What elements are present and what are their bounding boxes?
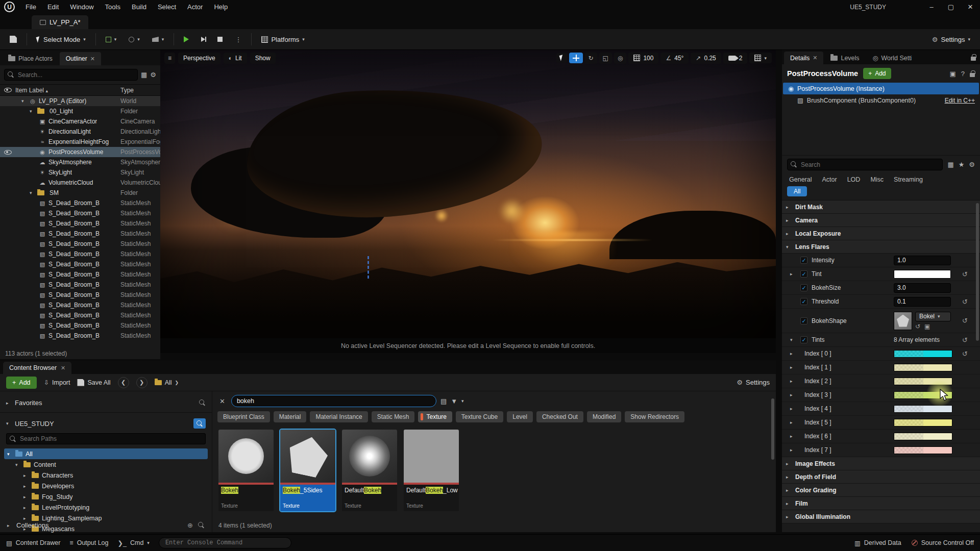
filter-material-instance[interactable]: Material Instance bbox=[310, 411, 368, 422]
tab-content-browser[interactable]: Content Browser ✕ bbox=[3, 362, 71, 374]
asset-tile-defaultbokeh[interactable]: DefaultBokeh Texture bbox=[342, 430, 397, 511]
rotate-tool-button[interactable]: ↻ bbox=[585, 53, 597, 64]
column-type[interactable]: Type bbox=[120, 87, 160, 94]
outliner-row[interactable]: ▧S_Dead_Broom_BStaticMesh bbox=[0, 300, 160, 310]
output-log-button[interactable]: ≡ Output Log bbox=[69, 539, 108, 546]
help-icon[interactable]: ? bbox=[961, 70, 965, 78]
favorites-star-icon[interactable]: ★ bbox=[959, 161, 965, 168]
outliner-row[interactable]: ▧S_Dead_Broom_BStaticMesh bbox=[0, 320, 160, 331]
close-icon[interactable]: ✕ bbox=[90, 56, 95, 62]
stop-button[interactable] bbox=[213, 34, 227, 45]
outliner-row[interactable]: ▧S_Dead_Broom_BStaticMesh bbox=[0, 269, 160, 280]
component-row-brush[interactable]: ▧ BrushComponent (BrushComponent0) Edit … bbox=[782, 94, 980, 106]
add-component-button[interactable]: +Add bbox=[863, 68, 891, 79]
scrollbar[interactable] bbox=[771, 398, 774, 460]
reset-to-default-icon[interactable]: ↺ bbox=[962, 336, 968, 344]
add-actor-dropdown[interactable]: ▾ bbox=[101, 34, 121, 45]
tint-color-swatch[interactable] bbox=[894, 270, 951, 279]
console-command-input[interactable] bbox=[159, 537, 291, 548]
scrollbar[interactable] bbox=[976, 203, 979, 341]
filter-modified[interactable]: Modified bbox=[587, 411, 621, 422]
outliner-row[interactable]: ▧S_Dead_Broom_BStaticMesh bbox=[0, 229, 160, 239]
outliner-row[interactable]: ☁SkyAtmosphere SkyAtmosphere bbox=[0, 157, 160, 167]
frame-skip-button[interactable] bbox=[197, 34, 210, 45]
visibility-eye-icon[interactable] bbox=[4, 150, 12, 155]
color-swatch[interactable] bbox=[894, 446, 952, 454]
tab-world-settings[interactable]: ◎ World Setti bbox=[867, 52, 912, 64]
viewport-3d[interactable]: ≡ Perspective ◐Lit Show ↻ ◱ ◎ 100 ∠45° ↗… bbox=[160, 50, 776, 353]
tree-item-all[interactable]: ▾ All bbox=[4, 448, 208, 459]
expander-icon[interactable]: ▸ bbox=[790, 392, 795, 397]
browse-icon[interactable]: ▣ bbox=[949, 70, 955, 78]
tree-item-levelprototyping[interactable]: ▸LevelPrototyping bbox=[4, 502, 208, 513]
filter-static-mesh[interactable]: Static Mesh bbox=[372, 411, 415, 422]
expander-icon[interactable]: ▸ bbox=[790, 365, 795, 370]
outliner-row[interactable]: ▾◎LV_PP_A (Editor) World bbox=[0, 96, 160, 106]
menu-actor[interactable]: Actor bbox=[182, 0, 208, 14]
lock-icon[interactable] bbox=[971, 57, 976, 61]
section-camera[interactable]: ▸Camera bbox=[782, 214, 980, 227]
browse-to-asset-icon[interactable]: ▣ bbox=[924, 323, 930, 330]
expander-icon[interactable]: ▸ bbox=[790, 406, 795, 411]
section-film[interactable]: ▸Film bbox=[782, 497, 980, 510]
path-search-toggle[interactable] bbox=[193, 418, 206, 429]
camera-speed-control[interactable]: 2 bbox=[723, 53, 748, 64]
reset-to-default-icon[interactable]: ↺ bbox=[962, 298, 968, 306]
move-tool-button[interactable] bbox=[569, 53, 583, 63]
filter-texture-cube[interactable]: Texture Cube bbox=[456, 411, 503, 422]
cat-misc[interactable]: Misc bbox=[870, 176, 884, 183]
tab-level[interactable]: LV_PP_A* bbox=[32, 15, 88, 29]
checkbox-checked[interactable]: ✓ bbox=[800, 298, 807, 305]
outliner-row[interactable]: ▧S_Dead_Broom_BStaticMesh bbox=[0, 198, 160, 208]
filter-show-redirectors[interactable]: Show Redirectors bbox=[625, 411, 684, 422]
favorites-section[interactable]: ▸ Favorites bbox=[0, 396, 212, 409]
perspective-dropdown[interactable]: Perspective bbox=[178, 53, 220, 64]
visibility-column-icon[interactable] bbox=[4, 88, 12, 92]
reset-to-default-icon[interactable]: ↺ bbox=[962, 270, 968, 278]
save-button[interactable] bbox=[5, 33, 21, 46]
reset-to-default-icon[interactable]: ↺ bbox=[962, 350, 968, 358]
asset-tile-defaultbokeh-low[interactable]: DefaultBokeh_Low Texture bbox=[404, 430, 459, 511]
cat-general[interactable]: General bbox=[789, 176, 812, 183]
section-dirt-mask[interactable]: ▸Dirt Mask bbox=[782, 201, 980, 214]
outliner-row[interactable]: ▧S_Dead_Broom_BStaticMesh bbox=[0, 239, 160, 249]
expander-icon[interactable]: ▸ bbox=[790, 271, 795, 277]
grid-snap-control[interactable]: 100 bbox=[628, 53, 658, 64]
section-global-illumination[interactable]: ▸Global Illumination bbox=[782, 510, 980, 523]
menu-tools[interactable]: Tools bbox=[100, 0, 126, 14]
save-search-icon[interactable]: ▤ bbox=[440, 397, 447, 405]
menu-build[interactable]: Build bbox=[126, 0, 152, 14]
expander-icon[interactable]: ▸ bbox=[790, 351, 795, 356]
search-icon[interactable] bbox=[199, 399, 206, 406]
outliner-row[interactable]: ▣CineCameraActor CineCamera bbox=[0, 116, 160, 127]
bokeh-size-input[interactable]: 3.0 bbox=[894, 283, 951, 293]
outliner-row[interactable]: ▧S_Dead_Broom_BStaticMesh bbox=[0, 290, 160, 300]
color-swatch[interactable] bbox=[894, 364, 952, 371]
import-button[interactable]: ⇩Import bbox=[44, 379, 70, 386]
close-icon[interactable]: ✕ bbox=[61, 365, 65, 371]
cmd-dropdown[interactable]: ❯_ Cmd ▾ bbox=[118, 539, 150, 547]
checkbox-checked[interactable]: ✓ bbox=[800, 284, 807, 291]
checkbox-checked[interactable]: ✓ bbox=[800, 270, 807, 278]
tree-item-developers[interactable]: ▸Developers bbox=[4, 481, 208, 491]
filter-level[interactable]: Level bbox=[507, 411, 533, 422]
show-dropdown[interactable]: Show bbox=[250, 53, 276, 64]
outliner-search-input[interactable] bbox=[4, 69, 138, 81]
details-search-input[interactable] bbox=[787, 159, 943, 170]
outliner-row[interactable]: ☁VolumetricCloud VolumetricCloud bbox=[0, 178, 160, 188]
outliner-row[interactable]: ▧S_Dead_Broom_BStaticMesh bbox=[0, 331, 160, 341]
column-item-label[interactable]: Item Label ▴ bbox=[15, 87, 120, 94]
section-local-exposure[interactable]: ▸Local Exposure bbox=[782, 227, 980, 240]
breadcrumb[interactable]: All ❯ bbox=[155, 379, 179, 386]
all-filter-pill[interactable]: All bbox=[787, 186, 807, 196]
threshold-input[interactable]: 0.1 bbox=[894, 297, 951, 307]
expander-icon[interactable]: ▾ bbox=[790, 337, 795, 342]
details-settings-icon[interactable]: ⚙ bbox=[969, 161, 975, 168]
intensity-input[interactable]: 1.0 bbox=[894, 256, 951, 265]
reset-to-default-icon[interactable]: ↺ bbox=[962, 317, 968, 324]
blueprints-dropdown[interactable]: ▾ bbox=[124, 34, 144, 45]
outliner-row[interactable]: ▾00_Light Folder bbox=[0, 106, 160, 116]
search-paths-input[interactable] bbox=[6, 433, 206, 444]
play-button[interactable] bbox=[179, 33, 193, 45]
filter-material[interactable]: Material bbox=[274, 411, 307, 422]
